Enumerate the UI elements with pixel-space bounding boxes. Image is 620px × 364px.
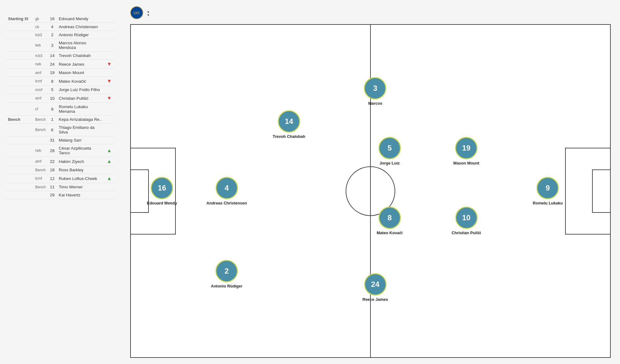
player-name-mount: Mason Mount xyxy=(453,161,479,165)
player-circle-jorginho: 5 xyxy=(379,137,401,159)
right-panel: CFC : 16 Edouard Mendy 4 Andreas Christe… xyxy=(121,0,620,364)
player-name-reece: Reece James xyxy=(362,297,388,302)
player-name-chalobah: Trevoh Chalobah xyxy=(272,134,305,139)
player-circle-pulisic: 10 xyxy=(455,207,477,229)
player-kovacic: 8 Mateo Kovači xyxy=(377,207,403,235)
player-mendy: 16 Edouard Mendy xyxy=(147,177,177,205)
player-circle-rudiger: 2 xyxy=(215,260,238,282)
left-goal-box xyxy=(131,169,149,213)
player-name-marcos: Marcos xyxy=(368,101,383,106)
player-circle-marcos: 3 xyxy=(364,77,386,99)
player-name-lukaku: Romelu Lukaku xyxy=(533,201,563,205)
player-reece: 24 Reece James xyxy=(362,273,388,302)
player-christensen: 4 Andreas Christensen xyxy=(206,177,247,205)
player-circle-kovacic: 8 xyxy=(379,207,401,229)
player-pulisic: 10 Christian Puliši xyxy=(452,207,481,235)
lineup-table: Starting XIgk16Edouard Mendycb4Andreas C… xyxy=(6,15,115,199)
player-name-mendy: Edouard Mendy xyxy=(147,201,177,205)
sub-arrow-down: ▼ xyxy=(107,95,112,101)
player-name-kovacic: Mateo Kovači xyxy=(377,230,403,235)
pitch-container: 16 Edouard Mendy 4 Andreas Christensen 2… xyxy=(130,24,611,358)
player-marcos: 3 Marcos xyxy=(364,77,386,106)
player-jorginho: 5 Jorge Luiz xyxy=(379,137,401,165)
player-lukaku: 9 Romelu Lukaku xyxy=(533,177,563,205)
right-goal-box xyxy=(592,169,610,213)
player-name-christensen: Andreas Christensen xyxy=(206,201,247,205)
player-circle-mendy: 16 xyxy=(151,177,173,199)
player-name-pulisic: Christian Puliši xyxy=(452,230,481,235)
club-logo: CFC xyxy=(130,6,143,19)
player-circle-reece: 24 xyxy=(364,273,386,296)
formation-title: : xyxy=(147,8,150,18)
sub-arrow-up: ▲ xyxy=(107,159,112,164)
pitch-header: CFC : xyxy=(130,6,611,19)
player-circle-mount: 19 xyxy=(455,137,477,159)
sub-arrow-down: ▼ xyxy=(107,78,112,84)
player-circle-chalobah: 14 xyxy=(278,110,300,133)
sub-arrow-up: ▲ xyxy=(107,148,112,153)
left-panel: Starting XIgk16Edouard Mendycb4Andreas C… xyxy=(0,0,121,364)
player-rudiger: 2 Antonio Rüdiger xyxy=(211,260,242,288)
player-mount: 19 Mason Mount xyxy=(453,137,479,165)
starting-xi-label: Starting XI xyxy=(6,15,33,23)
player-circle-lukaku: 9 xyxy=(537,177,559,199)
sub-arrow-up: ▲ xyxy=(107,176,112,181)
player-name-jorginho: Jorge Luiz xyxy=(379,161,400,165)
player-chalobah: 14 Trevoh Chalobah xyxy=(272,110,305,139)
sub-arrow-down: ▼ xyxy=(107,61,112,67)
player-name-rudiger: Antonio Rüdiger xyxy=(211,284,242,288)
svg-text:CFC: CFC xyxy=(134,11,140,15)
player-circle-christensen: 4 xyxy=(215,177,238,199)
